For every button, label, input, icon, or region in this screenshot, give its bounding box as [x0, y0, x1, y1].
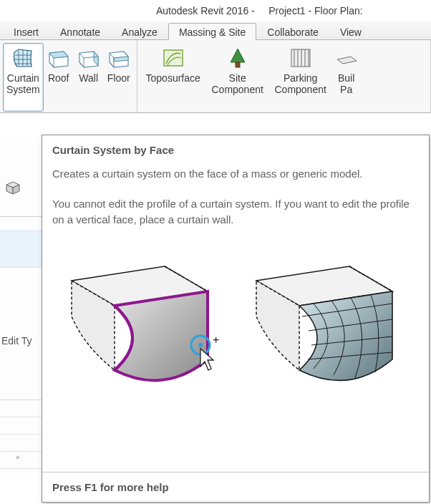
tooltip-desc-2: You cannot edit the profile of a curtain…	[52, 196, 419, 228]
panel-site: Toposurface Site Component Parking Compo…	[137, 40, 431, 112]
toposurface-button[interactable]: Toposurface	[140, 43, 206, 112]
pad-icon	[335, 47, 358, 69]
parking-component-button[interactable]: Parking Component	[269, 43, 332, 112]
toposurface-icon	[162, 47, 185, 69]
floor-icon	[107, 47, 130, 69]
tab-analyze[interactable]: Analyze	[111, 23, 168, 39]
roof-button[interactable]: Roof	[44, 43, 74, 112]
parking-component-label: Parking Component	[274, 72, 326, 95]
panel-collapse-toggle[interactable]: »	[16, 453, 19, 461]
floor-button[interactable]: Floor	[104, 43, 134, 112]
tab-collaborate[interactable]: Collaborate	[256, 23, 329, 39]
panel-model-by-face: Curtain System Roof Wall	[0, 40, 137, 112]
properties-rows	[0, 399, 42, 451]
tooltip-desc-1: Creates a curtain system on the face of …	[52, 166, 419, 182]
cube-icon	[4, 179, 21, 196]
svg-text:+: +	[213, 334, 219, 346]
tab-annotate[interactable]: Annotate	[49, 23, 111, 39]
tab-view[interactable]: View	[329, 23, 372, 39]
tooltip-body: Creates a curtain system on the face of …	[42, 163, 429, 228]
tooltip-footer: Press F1 for more help	[42, 472, 429, 502]
tooltip-illustration: +	[42, 242, 429, 410]
site-component-button[interactable]: Site Component	[206, 43, 269, 112]
roof-icon	[47, 47, 70, 69]
curtain-system-icon	[11, 47, 34, 69]
floor-label: Floor	[107, 72, 130, 84]
toposurface-label: Toposurface	[146, 72, 200, 84]
building-pad-label: Buil Pa	[338, 72, 354, 95]
site-component-label: Site Component	[211, 72, 263, 95]
tooltip-title: Curtain System by Face	[42, 135, 429, 163]
wall-icon	[77, 47, 100, 69]
wall-button[interactable]: Wall	[74, 43, 104, 112]
tree-icon	[226, 47, 249, 69]
properties-palette: Edit Ty »	[0, 137, 43, 474]
parking-icon	[289, 47, 312, 69]
building-pad-button[interactable]: Buil Pa	[332, 43, 361, 112]
tooltip-popup: Curtain System by Face Creates a curtain…	[42, 135, 430, 503]
ribbon: Curtain System Roof Wall	[0, 40, 431, 113]
ribbon-tabs: Insert Annotate Analyze Massing & Site C…	[0, 21, 431, 40]
roof-label: Roof	[48, 72, 69, 84]
tab-massing-site[interactable]: Massing & Site	[168, 23, 256, 40]
curtain-system-label: Curtain System	[6, 72, 40, 95]
svg-rect-1	[236, 62, 240, 67]
title-bar: Autodesk Revit 2016 - Project1 - Floor P…	[0, 0, 431, 21]
edit-type-button[interactable]: Edit Ty	[0, 335, 32, 346]
wall-label: Wall	[79, 72, 98, 84]
tab-insert[interactable]: Insert	[3, 23, 49, 39]
curtain-system-button[interactable]: Curtain System	[3, 43, 44, 112]
svg-point-4	[198, 343, 203, 347]
